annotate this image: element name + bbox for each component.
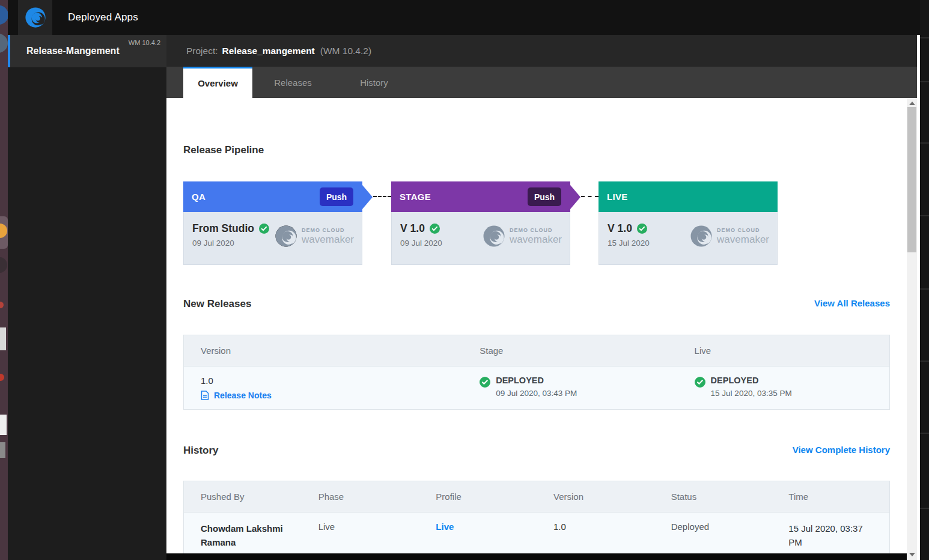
project-header: Project: Release_mangement (WM 10.4.2) (166, 35, 917, 67)
demo-cloud-badge: DEMO CLOUD wavemaker (482, 224, 562, 248)
dock-icon-fragment[interactable] (0, 442, 5, 458)
dock-strip (0, 0, 8, 560)
dock-icon-fragment[interactable] (0, 327, 6, 350)
live-deploy-time: 15 Jul 2020, 03:35 PM (711, 389, 792, 398)
project-label: Project: (186, 46, 218, 56)
column-header-live: Live (678, 335, 889, 366)
pipeline-connector (581, 196, 599, 197)
release-notes-label: Release Notes (214, 391, 272, 400)
app-window: Deployed Apps Release-Mangement WM 10.4.… (0, 0, 929, 560)
release-version: 1.0 (201, 376, 463, 386)
demo-cloud-label: DEMO CLOUD (717, 227, 769, 233)
pipeline-card-live-body: V 1.0 15 Jul 2020 (599, 212, 778, 265)
wavemaker-cloud-icon (689, 224, 713, 248)
success-check-icon (430, 224, 440, 234)
success-check-icon (259, 224, 269, 234)
history-profile-link[interactable]: Live (436, 522, 454, 532)
new-releases-table-row: 1.0 Release Notes DEPLOYED 09 Jul 202 (184, 367, 889, 409)
pipeline-card-qa-body: From Studio 09 Jul 2020 (183, 212, 362, 265)
deployed-version-label: V 1.0 (608, 222, 632, 235)
success-check-icon (480, 377, 490, 388)
background-window-strip (920, 0, 929, 560)
dock-icon-fragment[interactable] (0, 34, 8, 53)
vertical-scrollbar[interactable] (907, 98, 917, 560)
deployed-version-label: V 1.0 (400, 222, 425, 235)
wavemaker-logo-icon (24, 6, 47, 29)
new-releases-table: Version Stage Live 1.0 Release Notes (183, 335, 890, 410)
overview-panel: Release Pipeline QA Push From Studio 09 … (166, 98, 907, 560)
scrollbar-thumb[interactable] (907, 107, 916, 252)
history-table-row: Chowdam Lakshmi Ramana Live Live 1.0 Dep… (184, 513, 889, 559)
view-complete-history-link[interactable]: View Complete History (793, 445, 890, 455)
column-header-stage: Stage (463, 335, 677, 366)
wavemaker-cloud-icon (274, 224, 298, 248)
live-status: DEPLOYED (711, 376, 792, 385)
demo-cloud-label: DEMO CLOUD (302, 227, 354, 233)
pipeline-card-stage: STAGE Push V 1.0 09 Jul 2020 (391, 181, 570, 265)
dock-notification-dot (0, 374, 4, 381)
project-version: (WM 10.4.2) (320, 46, 371, 56)
history-table-header: Pushed By Phase Profile Version Status T… (184, 481, 889, 513)
release-notes-link[interactable]: Release Notes (201, 391, 463, 400)
push-button-stage[interactable]: Push (528, 187, 561, 206)
pipeline-card-qa: QA Push From Studio 09 Jul 2020 (183, 181, 362, 265)
demo-cloud-badge: DEMO CLOUD wavemaker (689, 224, 769, 248)
column-header-profile: Profile (419, 481, 537, 512)
wavemaker-label: wavemaker (510, 234, 562, 246)
column-header-version: Version (184, 335, 463, 366)
tab-history[interactable]: History (334, 67, 415, 98)
wavemaker-logo-tile[interactable] (18, 0, 52, 35)
column-header-version: Version (537, 481, 654, 512)
deploy-date-label: 09 Jul 2020 (400, 239, 442, 248)
stage-name-label: LIVE (607, 192, 628, 202)
history-version: 1.0 (537, 513, 654, 559)
push-button-qa[interactable]: Push (320, 187, 353, 206)
new-releases-table-header: Version Stage Live (184, 335, 889, 367)
dock-icon-fragment[interactable] (0, 5, 8, 25)
bottom-edge-strip (166, 553, 907, 560)
stage-name-label: QA (192, 192, 206, 202)
project-name: Release_mangement (222, 46, 315, 56)
demo-cloud-label: DEMO CLOUD (510, 227, 562, 233)
tab-bar: Overview Releases History (166, 67, 917, 98)
deploy-date-label: 09 Jul 2020 (192, 239, 234, 248)
pipeline-card-live: LIVE V 1.0 15 Jul 2020 (599, 181, 778, 265)
dock-icon-fragment[interactable] (0, 415, 7, 435)
column-header-status: Status (654, 481, 772, 512)
history-time: 15 Jul 2020, 03:37 PM (788, 522, 867, 550)
dock-notification-dot (0, 302, 4, 308)
stage-deploy-time: 09 Jul 2020, 03:43 PM (496, 389, 577, 398)
column-header-time: Time (772, 481, 889, 512)
pipeline-connector (373, 196, 391, 197)
sidebar-item-project[interactable]: Release-Mangement WM 10.4.2 (8, 35, 166, 67)
history-status: Deployed (654, 513, 772, 559)
dock-icon-fragment[interactable] (0, 257, 7, 273)
sidebar: Release-Mangement WM 10.4.2 (8, 35, 166, 560)
stage-status: DEPLOYED (496, 376, 577, 385)
tab-releases[interactable]: Releases (252, 67, 334, 98)
wavemaker-cloud-icon (482, 224, 506, 248)
scroll-down-arrow-icon[interactable] (909, 553, 915, 556)
top-bar: Deployed Apps (8, 0, 929, 35)
deployed-version-label: From Studio (192, 222, 254, 235)
view-all-releases-link[interactable]: View All Releases (814, 298, 890, 308)
pipeline-card-stage-body: V 1.0 09 Jul 2020 (391, 212, 570, 265)
document-icon (201, 391, 209, 400)
stage-arrow-icon (362, 185, 373, 209)
release-pipeline-heading: Release Pipeline (183, 144, 264, 156)
success-check-icon (695, 377, 705, 388)
demo-cloud-badge: DEMO CLOUD wavemaker (274, 224, 354, 248)
pipeline-card-live-header: LIVE (599, 181, 778, 212)
tab-overview[interactable]: Overview (183, 67, 252, 98)
wavemaker-label: wavemaker (302, 234, 354, 246)
column-header-phase: Phase (302, 481, 419, 512)
wavemaker-label: wavemaker (717, 234, 769, 246)
history-phase: Live (302, 513, 419, 559)
deploy-date-label: 15 Jul 2020 (608, 239, 650, 248)
new-releases-heading: New Releases (183, 298, 251, 310)
page-title: Deployed Apps (68, 0, 138, 35)
column-header-pushed-by: Pushed By (184, 481, 302, 512)
scroll-up-arrow-icon[interactable] (909, 102, 915, 105)
history-pushed-by: Chowdam Lakshmi Ramana (201, 522, 297, 550)
history-table: Pushed By Phase Profile Version Status T… (183, 481, 890, 559)
